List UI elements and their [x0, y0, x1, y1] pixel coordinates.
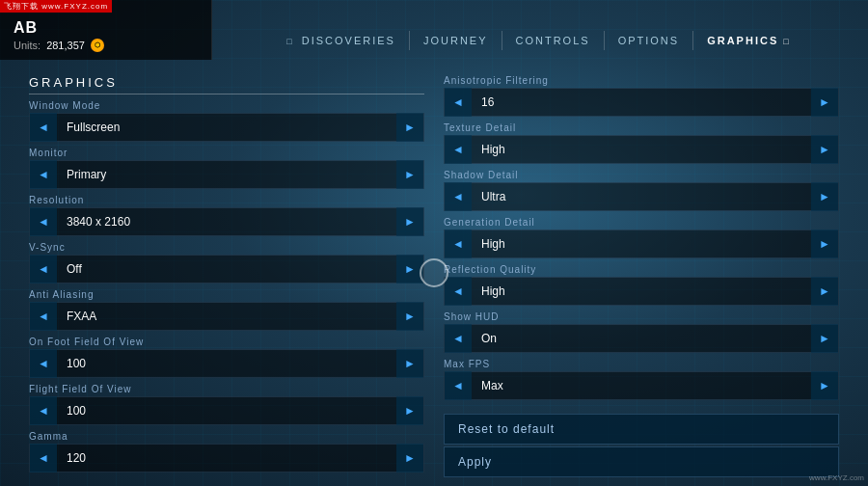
arrow-left-show-hud[interactable]: ◄ — [445, 324, 472, 353]
arrow-left-anti-aliasing[interactable]: ◄ — [30, 302, 57, 331]
arrow-right-texture-detail[interactable]: ► — [811, 135, 838, 164]
arrow-left-monitor[interactable]: ◄ — [30, 160, 57, 189]
setting-label-anti-aliasing: Anti Aliasing — [29, 289, 424, 300]
setting-label-texture-detail: Texture Detail — [444, 122, 839, 133]
watermark-top: 飞翔下载 www.FXYZ.com — [0, 0, 112, 13]
right-column: Anisotropic Filtering◄16►Texture Detail◄… — [444, 75, 839, 471]
nav-icon-discoveries: □ — [286, 37, 293, 46]
setting-value-reflection-quality: High — [472, 284, 811, 298]
setting-group-window-mode: Window Mode◄Fullscreen► — [29, 100, 424, 142]
arrow-left-resolution[interactable]: ◄ — [30, 207, 57, 236]
setting-group-gamma: Gamma◄120► — [29, 431, 424, 472]
setting-row-shadow-detail: ◄Ultra► — [444, 182, 839, 211]
setting-value-anisotropic: 16 — [472, 95, 811, 109]
setting-group-anti-aliasing: Anti Aliasing◄FXAA► — [29, 289, 424, 331]
arrow-right-anti-aliasing[interactable]: ► — [396, 302, 423, 331]
nav-item-journey[interactable]: JOURNEY — [410, 31, 502, 50]
setting-row-anisotropic: ◄16► — [444, 88, 839, 117]
arrow-left-reflection-quality[interactable]: ◄ — [445, 277, 472, 306]
right-settings-container: Anisotropic Filtering◄16►Texture Detail◄… — [444, 75, 839, 406]
setting-value-flight-fov: 100 — [57, 404, 396, 418]
action-btn-reset[interactable]: Reset to default — [444, 414, 839, 445]
setting-label-shadow-detail: Shadow Detail — [444, 170, 839, 180]
arrow-left-on-foot-fov[interactable]: ◄ — [30, 349, 57, 378]
arrow-right-resolution[interactable]: ► — [396, 207, 423, 236]
arrow-left-texture-detail[interactable]: ◄ — [445, 135, 472, 164]
setting-value-v-sync: Off — [57, 262, 396, 276]
setting-group-on-foot-fov: On Foot Field of View◄100► — [29, 337, 424, 378]
arrow-left-anisotropic[interactable]: ◄ — [445, 88, 472, 117]
main-content: GRAPHICS Window Mode◄Fullscreen►Monitor◄… — [0, 60, 868, 486]
setting-group-generation-detail: Generation Detail◄High► — [444, 217, 839, 258]
setting-row-anti-aliasing: ◄FXAA► — [29, 302, 424, 331]
setting-label-window-mode: Window Mode — [29, 100, 424, 111]
arrow-left-shadow-detail[interactable]: ◄ — [445, 182, 472, 211]
setting-value-show-hud: On — [472, 332, 811, 345]
setting-row-flight-fov: ◄100► — [29, 396, 424, 425]
setting-value-monitor: Primary — [57, 168, 396, 181]
setting-label-show-hud: Show HUD — [444, 311, 839, 322]
setting-label-gamma: Gamma — [29, 431, 424, 442]
arrow-right-show-hud[interactable]: ► — [811, 324, 838, 353]
setting-row-resolution: ◄3840 x 2160► — [29, 207, 424, 236]
arrow-left-max-fps[interactable]: ◄ — [445, 371, 472, 400]
setting-value-gamma: 120 — [57, 451, 396, 465]
arrow-right-shadow-detail[interactable]: ► — [811, 182, 838, 211]
left-column: GRAPHICS Window Mode◄Fullscreen►Monitor◄… — [29, 75, 424, 471]
setting-label-on-foot-fov: On Foot Field of View — [29, 337, 424, 347]
setting-row-generation-detail: ◄High► — [444, 230, 839, 258]
action-btn-apply[interactable]: Apply — [444, 446, 839, 477]
arrow-left-generation-detail[interactable]: ◄ — [445, 230, 472, 258]
setting-group-resolution: Resolution◄3840 x 2160► — [29, 195, 424, 236]
setting-group-flight-fov: Flight Field of View◄100► — [29, 384, 424, 425]
arrow-right-gamma[interactable]: ► — [396, 444, 423, 472]
arrow-left-window-mode[interactable]: ◄ — [30, 113, 57, 142]
setting-value-shadow-detail: Ultra — [472, 190, 811, 203]
setting-row-monitor: ◄Primary► — [29, 160, 424, 189]
player-name: AB — [14, 19, 198, 37]
setting-row-on-foot-fov: ◄100► — [29, 349, 424, 378]
setting-value-generation-detail: High — [472, 237, 811, 251]
setting-row-v-sync: ◄Off► — [29, 255, 424, 284]
nav-item-discoveries[interactable]: □ DISCOVERIES — [273, 31, 410, 50]
setting-row-texture-detail: ◄High► — [444, 135, 839, 164]
setting-group-texture-detail: Texture Detail◄High► — [444, 122, 839, 164]
arrow-right-flight-fov[interactable]: ► — [396, 396, 423, 425]
arrow-right-anisotropic[interactable]: ► — [811, 88, 838, 117]
setting-value-max-fps: Max — [472, 379, 811, 392]
setting-row-reflection-quality: ◄High► — [444, 277, 839, 306]
setting-value-resolution: 3840 x 2160 — [57, 215, 396, 229]
setting-label-flight-fov: Flight Field of View — [29, 384, 424, 394]
nav-icon-graphics: □ — [783, 37, 790, 46]
nav-item-options[interactable]: OPTIONS — [605, 31, 694, 50]
setting-value-window-mode: Fullscreen — [57, 121, 396, 134]
setting-value-on-foot-fov: 100 — [57, 357, 396, 370]
arrow-right-on-foot-fov[interactable]: ► — [396, 349, 423, 378]
setting-group-v-sync: V-Sync◄Off► — [29, 242, 424, 284]
setting-label-generation-detail: Generation Detail — [444, 217, 839, 228]
arrow-right-max-fps[interactable]: ► — [811, 371, 838, 400]
setting-row-window-mode: ◄Fullscreen► — [29, 113, 424, 142]
units-icon: ⬡ — [91, 39, 104, 52]
setting-row-gamma: ◄120► — [29, 444, 424, 472]
arrow-right-generation-detail[interactable]: ► — [811, 230, 838, 258]
arrow-right-monitor[interactable]: ► — [396, 160, 423, 189]
setting-group-reflection-quality: Reflection Quality◄High► — [444, 264, 839, 306]
setting-group-anisotropic: Anisotropic Filtering◄16► — [444, 75, 839, 117]
arrow-left-v-sync[interactable]: ◄ — [30, 255, 57, 284]
left-settings-container: Window Mode◄Fullscreen►Monitor◄Primary►R… — [29, 100, 424, 478]
setting-label-v-sync: V-Sync — [29, 242, 424, 253]
units-label: Units: — [14, 40, 41, 51]
setting-row-show-hud: ◄On► — [444, 324, 839, 353]
arrow-right-reflection-quality[interactable]: ► — [811, 277, 838, 306]
arrow-right-window-mode[interactable]: ► — [396, 113, 423, 142]
setting-group-show-hud: Show HUD◄On► — [444, 311, 839, 353]
setting-row-max-fps: ◄Max► — [444, 371, 839, 400]
section-title: GRAPHICS — [29, 75, 424, 94]
setting-label-anisotropic: Anisotropic Filtering — [444, 75, 839, 86]
setting-group-max-fps: Max FPS◄Max► — [444, 359, 839, 400]
arrow-left-flight-fov[interactable]: ◄ — [30, 396, 57, 425]
arrow-left-gamma[interactable]: ◄ — [30, 444, 57, 472]
nav-item-graphics[interactable]: GRAPHICS □ — [693, 31, 807, 50]
nav-item-controls[interactable]: CONTROLS — [502, 31, 605, 50]
